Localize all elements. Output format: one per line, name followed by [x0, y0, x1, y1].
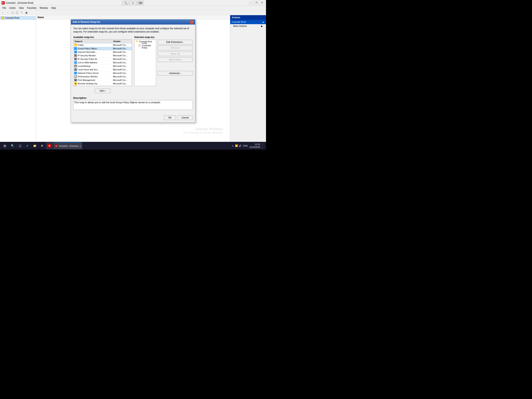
dialog-title: Add or Remove Snap-ins	[72, 21, 190, 23]
list-item[interactable]: 📊Performance Monitor Microsoft Cor...	[73, 75, 132, 78]
menu-file[interactable]: File	[1, 6, 8, 10]
taskbar-mmc-button[interactable]: M	[46, 142, 53, 149]
title-bar: M Console1 - [Console Root] 🔍 ≡ ⌨ ─ ❐ ✕	[0, 0, 266, 6]
menu-window[interactable]: Window	[38, 6, 50, 10]
window-controls: ─ ❐ ✕	[248, 1, 265, 5]
dialog-close-button[interactable]: ✕	[190, 20, 194, 24]
content-column-header: Name	[36, 15, 230, 19]
available-snapins-col: Available snap-ins: Snap-in Vendor 📁Fold…	[73, 36, 132, 94]
close-button[interactable]: ✕	[259, 1, 265, 5]
selected-snapins-list: 📁 Console Root 📋 Local Computer Policy	[134, 39, 156, 86]
active-app-label: Console1 - [Console...]	[59, 145, 81, 147]
description-section: Description: This snap-in allows you to …	[73, 97, 193, 110]
app-icon: M	[1, 1, 5, 5]
taskbar-ie-button[interactable]: e	[24, 142, 31, 149]
task-view-button[interactable]: ❑	[16, 142, 23, 149]
taskbar: ⊞ 🔍 ❑ e 📁 ⚙ M M Console1 - [Console...] …	[0, 142, 266, 150]
list-item[interactable]: 📁Folder Microsoft Cor...	[73, 44, 132, 47]
keyboard-toolbar-btn[interactable]: ⌨	[137, 1, 144, 5]
description-box: This snap-in allows you to edit the loca…	[73, 100, 193, 110]
restore-button[interactable]: ❐	[254, 1, 259, 5]
dialog-action-buttons: Edit Extensions... Remove Move Up Move D…	[158, 40, 193, 94]
toolbar2: ← → ⬜ 📋 ? ▣	[0, 10, 266, 15]
ok-button[interactable]: OK	[164, 115, 176, 120]
volume-tray-icon: 🔊	[239, 144, 242, 147]
list-item[interactable]: 🌐Network Policy Server Microsoft Cor...	[73, 71, 132, 75]
new-window-button[interactable]: 📋	[15, 11, 19, 15]
list-item[interactable]: 🔗Link to Web Address Microsoft Cor...	[73, 61, 132, 64]
available-snapins-list: Snap-in Vendor 📁Folder Microsoft Cor... …	[73, 39, 132, 86]
sidebar-item-console-root[interactable]: Console Root	[0, 16, 36, 20]
more-actions-item[interactable]: More Actions ▶	[230, 24, 266, 28]
tray-up-arrow[interactable]: ∧	[232, 145, 234, 147]
dialog-description: You can select snap-ins for this console…	[73, 27, 193, 33]
snapin-list-header: Snap-in Vendor	[73, 39, 132, 44]
collapse-icon: ▲	[262, 21, 265, 23]
svg-rect-4	[1, 17, 2, 17]
list-item[interactable]: 🛡IP Security Policy M... Microsoft Cor..…	[73, 58, 132, 61]
active-app-button[interactable]: M Console1 - [Console...]	[53, 142, 82, 149]
vendor-col-header: Vendor	[112, 39, 132, 43]
list-item[interactable]: 🌐Group Policy Object ... Microsoft Cor..…	[73, 47, 132, 51]
list-item[interactable]: 🖥Remote Desktop Ga... Microsoft Cor...	[73, 82, 132, 85]
available-label: Available snap-ins:	[73, 36, 132, 39]
move-down-button[interactable]: Move Down	[158, 57, 193, 62]
list-item[interactable]: 💾Local Backup Microsoft Cor...	[73, 64, 132, 68]
language-indicator[interactable]: ENG	[243, 145, 248, 147]
description-label: Description:	[73, 97, 193, 99]
menu-action[interactable]: Action	[8, 6, 17, 10]
sidebar-label: Console Root	[5, 17, 19, 19]
remove-button[interactable]: Remove	[158, 45, 193, 50]
forward-button[interactable]: →	[6, 11, 10, 15]
tray-date: 31/10/2016	[249, 146, 260, 148]
list-item[interactable]: 👥Local Users and Gro... Microsoft Cor...	[73, 68, 132, 71]
dialog-footer: OK Cancel	[71, 114, 195, 122]
list-item[interactable]: 🌐Internet Informatio... Microsoft Cor...	[73, 51, 132, 54]
start-button[interactable]: ⊞	[1, 142, 9, 149]
snapin-list-body: 📁Folder Microsoft Cor... 🌐Group Policy O…	[73, 44, 132, 86]
network-tray-icon: 📶	[235, 144, 238, 147]
taskbar-explorer-button[interactable]: 📁	[31, 142, 38, 149]
help-button[interactable]: ?	[19, 11, 24, 15]
properties-button[interactable]: ▣	[24, 11, 28, 15]
right-panel: Actions Console Root ▲ More Actions ▶	[230, 15, 266, 142]
add-button[interactable]: Add >	[95, 89, 110, 93]
folder-icon	[1, 16, 4, 19]
dialog-title-bar: Add or Remove Snap-ins ✕	[71, 19, 195, 25]
taskbar-search-button[interactable]: 🔍	[9, 142, 16, 149]
tray-icons: 📶 🔊	[235, 144, 242, 147]
menu-favorites[interactable]: Favorites	[25, 6, 38, 10]
taskbar-tray: ∧ 📶 🔊 ENG 12:31 31/10/2016	[232, 143, 265, 149]
edit-extensions-button[interactable]: Edit Extensions...	[158, 40, 193, 45]
advanced-button[interactable]: Advanced...	[158, 71, 193, 76]
search-toolbar-btn[interactable]: 🔍	[122, 1, 129, 5]
cancel-button[interactable]: Cancel	[177, 115, 193, 120]
menu-bar: File Action View Favorites Window Help	[0, 6, 266, 10]
menu-view[interactable]: View	[17, 6, 25, 10]
sidebar: Console Root	[0, 15, 36, 142]
snapin-col-header: Snap-in	[73, 39, 112, 43]
selected-snapins-col: Selected snap-ins: 📁 Console Root 📋 Loca…	[134, 36, 156, 94]
tray-clock[interactable]: 12:31 31/10/2016	[249, 143, 260, 149]
show-desktop-button[interactable]	[262, 143, 264, 149]
dialog-columns: Available snap-ins: Snap-in Vendor 📁Fold…	[73, 36, 193, 94]
taskbar-settings-button[interactable]: ⚙	[38, 142, 45, 149]
selected-area: Selected snap-ins: 📁 Console Root 📋 Loca…	[134, 36, 193, 94]
show-hide-button[interactable]: ⬜	[10, 11, 14, 15]
arrow-right-icon: ▶	[261, 25, 263, 27]
selected-label: Selected snap-ins:	[134, 36, 156, 39]
list-item[interactable]: 🛡IP Security Monitor Microsoft Cor...	[73, 54, 132, 58]
move-up-button[interactable]: Move Up	[158, 51, 193, 56]
back-button[interactable]: ←	[1, 11, 5, 15]
menu-help[interactable]: Help	[50, 6, 58, 10]
selected-item[interactable]: 📋 Local Computer Policy	[134, 44, 156, 47]
list-item[interactable]: 🖨Print Management Microsoft Cor...	[73, 78, 132, 82]
add-remove-snapins-dialog: Add or Remove Snap-ins ✕ You can select …	[71, 19, 195, 122]
minimize-button[interactable]: ─	[248, 1, 253, 5]
top-toolbar: 🔍 ≡ ⌨	[122, 1, 144, 5]
actions-header: Actions	[230, 15, 266, 20]
menu-toolbar-btn[interactable]: ≡	[129, 1, 137, 5]
tray-time: 12:31	[249, 143, 260, 146]
console-root-section[interactable]: Console Root ▲	[230, 20, 266, 24]
list-item[interactable]: 🖥Remote Desktop Lic... Microsoft Cor...	[73, 85, 132, 86]
